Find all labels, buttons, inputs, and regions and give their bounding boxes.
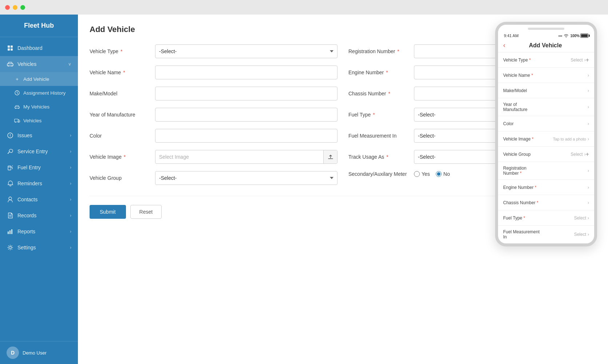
mobile-row-vehicle-image[interactable]: Vehicle Image * Tap to add a photo › [498, 131, 594, 147]
mobile-row-color[interactable]: Color › [498, 116, 594, 131]
mobile-row-vehicle-type[interactable]: Vehicle Type * Select › + [498, 52, 594, 68]
svg-point-5 [8, 66, 9, 67]
svg-rect-3 [11, 48, 13, 51]
mobile-back-button[interactable]: ‹ [503, 41, 505, 49]
sidebar-item-contacts[interactable]: Contacts › [0, 191, 78, 207]
sidebar-item-label: Records [17, 213, 36, 218]
reset-button[interactable]: Reset [130, 205, 162, 219]
mobile-header: ‹ Add Vehicle [498, 39, 594, 52]
sidebar-sub-label: Vehicles [23, 118, 42, 123]
sidebar-item-label: Fuel Entry [17, 165, 41, 170]
close-button[interactable] [5, 5, 10, 10]
mobile-row-registration[interactable]: Registration Number * › [498, 162, 594, 180]
sidebar-sub-label: Add Vehicle [23, 76, 49, 82]
sidebar-footer: D Demo User [0, 341, 78, 364]
svg-rect-17 [8, 166, 11, 170]
sidebar-item-dashboard[interactable]: Dashboard [0, 40, 78, 56]
mobile-row-vehicle-group[interactable]: Vehicle Group Select › + [498, 147, 594, 162]
vehicle-type-select[interactable]: -Select- [155, 44, 337, 58]
mobile-chevron-icon: › [588, 136, 589, 142]
sidebar-item-my-vehicles[interactable]: My Vehicles [0, 100, 78, 114]
mobile-row-make-model[interactable]: Make/Model › [498, 83, 594, 98]
vehicle-name-row: Vehicle Name * [90, 66, 337, 79]
mobile-chevron-icon: › [588, 121, 589, 126]
sidebar-item-vehicles-list[interactable]: Vehicles [0, 114, 78, 127]
secondary-meter-yes-radio[interactable] [414, 171, 420, 177]
mobile-row-fuel-measurement[interactable]: Fuel Measurement In Select › [498, 226, 594, 244]
mobile-frame: 9:41 AM ▪▪▪ 100% [495, 22, 597, 246]
vehicle-group-select[interactable]: -Select- [155, 171, 337, 185]
vehicle-type-label: Vehicle Type * [90, 48, 155, 54]
chassis-number-label: Chassis Number * [348, 91, 414, 96]
mobile-row-fuel-type[interactable]: Fuel Type * Select › [498, 210, 594, 226]
mobile-row-chassis[interactable]: Chassis Number * › [498, 195, 594, 210]
mobile-chevron-icon: › [588, 232, 589, 237]
bell-icon [7, 180, 14, 187]
vehicle-group-label: Vehicle Group [90, 175, 155, 181]
mobile-chevron-icon: › [588, 73, 589, 78]
secondary-meter-yes[interactable]: Yes [414, 171, 430, 177]
vehicle-name-input[interactable] [155, 66, 337, 79]
history-icon [14, 90, 20, 96]
app-container: Fleet Hub Dashboard Vehicles ∨ + Add [0, 15, 608, 364]
mobile-label-wrap: Fuel Measurement In [503, 229, 574, 240]
mobile-row-year[interactable]: Year of Manufacture › [498, 98, 594, 116]
mobile-row-vehicle-name[interactable]: Vehicle Name * › [498, 68, 594, 83]
sidebar-item-label: Contacts [17, 197, 37, 202]
vehicle-group-row: Vehicle Group -Select- [90, 171, 337, 185]
chevron-right-icon: › [70, 213, 71, 218]
sidebar-brand: Fleet Hub [0, 15, 78, 37]
upload-icon[interactable] [323, 150, 337, 164]
mobile-value: Select › [571, 58, 585, 63]
sidebar-item-fuel-entry[interactable]: Fuel Entry › [0, 159, 78, 175]
mobile-row-engine[interactable]: Engine Number * › [498, 180, 594, 195]
year-manufacture-input[interactable] [155, 108, 337, 122]
mobile-label: Fuel Type * [503, 215, 574, 221]
mobile-chevron-icon: › [588, 104, 589, 110]
sidebar-item-label: Vehicles [17, 61, 36, 67]
truck-icon [14, 117, 20, 124]
sidebar-item-add-vehicle[interactable]: + Add Vehicle [0, 72, 78, 86]
sidebar-item-issues[interactable]: Issues › [0, 127, 78, 143]
car2-icon [14, 103, 20, 110]
sidebar-item-label: Reports [17, 229, 35, 234]
sidebar-item-reports[interactable]: Reports › [0, 223, 78, 240]
chevron-right-icon: › [70, 149, 71, 154]
mobile-plus-icon[interactable]: + [586, 57, 589, 63]
mobile-label-wrap: Registration Number * [503, 166, 588, 176]
titlebar [0, 0, 608, 15]
battery-icon [580, 33, 588, 38]
sidebar-item-label: Service Entry [17, 149, 48, 154]
submit-button[interactable]: Submit [90, 205, 126, 219]
make-model-input[interactable] [155, 87, 337, 100]
maximize-button[interactable] [20, 5, 25, 10]
vehicle-image-upload[interactable]: Select Image [155, 150, 337, 164]
mobile-plus-icon[interactable]: + [586, 151, 589, 158]
sidebar-item-settings[interactable]: Settings › [0, 240, 78, 256]
minimize-button[interactable] [13, 5, 17, 10]
secondary-meter-no[interactable]: No [436, 171, 450, 177]
svg-point-10 [18, 108, 19, 108]
mobile-label: Make/Model [503, 88, 588, 93]
color-input[interactable] [155, 129, 337, 143]
secondary-meter-no-radio[interactable] [436, 171, 442, 177]
year-manufacture-label: Year of Manufacture [90, 112, 155, 118]
vehicle-image-label: Vehicle Image * [90, 154, 155, 160]
engine-number-label: Engine Number * [348, 70, 414, 75]
sidebar-item-records[interactable]: Records › [0, 207, 78, 223]
sidebar-item-assignment-history[interactable]: Assignment History [0, 86, 78, 100]
user-icon [7, 196, 14, 203]
mobile-label: Vehicle Group [503, 152, 571, 157]
chevron-right-icon: › [70, 165, 71, 170]
grid-icon [7, 44, 14, 52]
track-usage-label: Track Usage As * [348, 154, 414, 160]
settings-icon [7, 244, 14, 251]
sidebar-item-vehicles[interactable]: Vehicles ∨ [0, 56, 78, 72]
sidebar-item-label: Dashboard [17, 45, 43, 51]
svg-rect-24 [11, 229, 12, 234]
sidebar-item-reminders[interactable]: Reminders › [0, 175, 78, 191]
fuel-icon [7, 164, 14, 171]
chevron-right-icon: › [70, 133, 71, 138]
sidebar-sub-label: My Vehicles [23, 104, 50, 110]
sidebar-item-service-entry[interactable]: Service Entry › [0, 143, 78, 159]
